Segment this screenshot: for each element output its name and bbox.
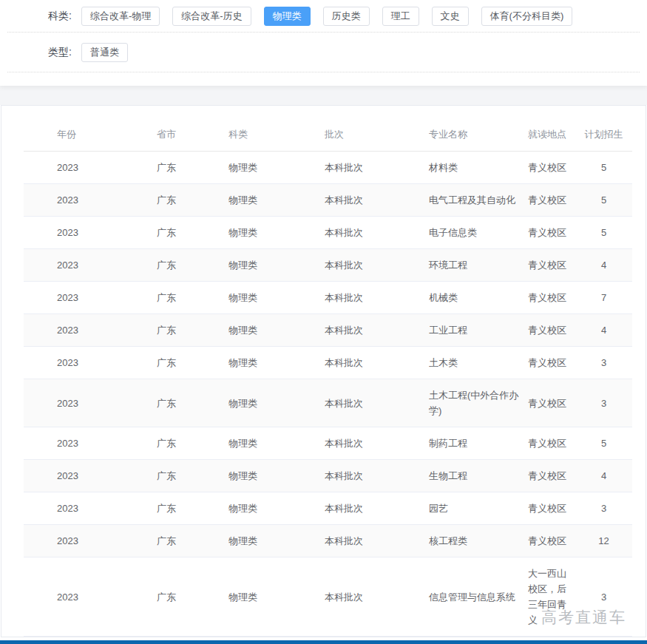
table-body: 2023广东物理类本科批次材料类青义校区52023广东物理类本科批次电气工程及其… — [24, 152, 632, 637]
table-cell: 3 — [575, 492, 632, 524]
table-cell: 物理类 — [228, 152, 325, 183]
type-filter-label: 类型: — [48, 46, 72, 59]
table-cell: 2023 — [24, 152, 157, 183]
table-cell: 物理类 — [228, 525, 325, 557]
table-cell: 制药工程 — [429, 427, 524, 459]
subject-filter-option-5[interactable]: 文史 — [432, 7, 469, 26]
table-cell: 5 — [575, 184, 632, 216]
table-cell: 广东 — [157, 314, 228, 346]
table-cell: 青义校区 — [524, 314, 575, 346]
type-filter-row: 类型: 普通类 — [7, 33, 640, 72]
table-cell: 广东 — [157, 152, 228, 183]
filter-panel: 科类: 综合改革-物理综合改革-历史物理类历史类理工文史体育(不分科目类) 类型… — [0, 0, 647, 86]
table-header-row: 年份省市科类批次专业名称就读地点计划招生 — [24, 118, 632, 152]
table-cell: 电气工程及其自动化 — [429, 184, 524, 216]
table-cell: 2023 — [24, 184, 157, 216]
table-cell: 本科批次 — [325, 249, 429, 281]
table-cell: 青义校区 — [524, 249, 575, 281]
table-cell: 广东 — [157, 581, 228, 613]
table-cell: 工业工程 — [429, 314, 524, 346]
table-cell: 7 — [575, 282, 632, 313]
table-row: 2023广东物理类本科批次环境工程青义校区4 — [24, 249, 632, 282]
table-row: 2023广东物理类本科批次电气工程及其自动化青义校区5 — [24, 184, 632, 217]
table-cell: 物理类 — [228, 492, 325, 524]
table-cell: 广东 — [157, 282, 228, 313]
table-cell: 本科批次 — [325, 282, 429, 313]
table-cell: 2023 — [24, 347, 157, 379]
table-cell: 广东 — [157, 387, 228, 419]
table-cell: 本科批次 — [325, 427, 429, 459]
subject-filter-option-2[interactable]: 物理类 — [264, 7, 311, 26]
table-cell: 本科批次 — [325, 492, 429, 524]
table-cell: 本科批次 — [325, 217, 429, 248]
column-header-4: 专业名称 — [429, 118, 524, 151]
table-cell: 本科批次 — [325, 460, 429, 492]
table-cell: 本科批次 — [325, 184, 429, 216]
type-filter-option-0[interactable]: 普通类 — [81, 43, 128, 62]
page-background-gap — [0, 86, 647, 105]
subject-filter-option-3[interactable]: 历史类 — [323, 7, 370, 26]
subject-filter-label: 科类: — [48, 10, 72, 23]
table-cell: 物理类 — [228, 581, 325, 613]
table-cell: 广东 — [157, 427, 228, 459]
subject-filter-options: 综合改革-物理综合改革-历史物理类历史类理工文史体育(不分科目类) — [81, 7, 585, 26]
subject-filter-option-4[interactable]: 理工 — [382, 7, 419, 26]
table-cell: 青义校区 — [524, 152, 575, 183]
table-row: 2023广东物理类本科批次工业工程青义校区4 — [24, 314, 632, 347]
table-cell: 本科批次 — [325, 581, 429, 613]
table-row: 2023广东物理类本科批次信息管理与信息系统大一西山校区，后三年回青义3 — [24, 557, 632, 637]
table-cell: 本科批次 — [325, 525, 429, 557]
table-row: 2023广东物理类本科批次电子信息类青义校区5 — [24, 217, 632, 249]
table-cell: 青义校区 — [524, 184, 575, 216]
table-cell: 4 — [575, 460, 632, 492]
table-row: 2023广东物理类本科批次生物工程青义校区4 — [24, 460, 632, 492]
table-cell: 物理类 — [228, 249, 325, 281]
table-cell: 2023 — [24, 282, 157, 313]
table-cell: 2023 — [24, 581, 157, 613]
subject-filter-option-1[interactable]: 综合改革-历史 — [172, 7, 251, 26]
table-cell: 青义校区 — [524, 282, 575, 313]
column-header-2: 科类 — [228, 118, 325, 151]
table-cell: 3 — [575, 347, 632, 379]
table-cell: 2023 — [24, 217, 157, 248]
column-header-0: 年份 — [24, 118, 157, 151]
table-cell: 广东 — [157, 525, 228, 557]
table-cell: 2023 — [24, 492, 157, 524]
subject-filter-option-0[interactable]: 综合改革-物理 — [81, 7, 160, 26]
table-cell: 广东 — [157, 249, 228, 281]
table-cell: 本科批次 — [325, 347, 429, 379]
table-cell: 物理类 — [228, 314, 325, 346]
table-cell: 青义校区 — [524, 347, 575, 379]
table-cell: 5 — [575, 427, 632, 459]
table-cell: 环境工程 — [429, 249, 524, 281]
subject-filter-option-6[interactable]: 体育(不分科目类) — [481, 7, 573, 26]
table-cell: 园艺 — [429, 492, 524, 524]
table-cell: 12 — [575, 525, 632, 557]
table-cell: 2023 — [24, 460, 157, 492]
table-cell: 物理类 — [228, 387, 325, 419]
table-cell: 本科批次 — [325, 152, 429, 183]
subject-filter-row: 科类: 综合改革-物理综合改革-历史物理类历史类理工文史体育(不分科目类) — [7, 0, 640, 33]
table-cell: 3 — [575, 581, 632, 613]
table-cell: 大一西山校区，后三年回青义 — [524, 557, 575, 636]
table-cell: 物理类 — [228, 427, 325, 459]
table-cell: 青义校区 — [524, 460, 575, 492]
table-cell: 广东 — [157, 347, 228, 379]
table-cell: 广东 — [157, 460, 228, 492]
table-row: 2023广东物理类本科批次核工程类青义校区12 — [24, 525, 632, 557]
admission-plan-table-card: 年份省市科类批次专业名称就读地点计划招生 2023广东物理类本科批次材料类青义校… — [1, 105, 646, 637]
table-cell: 物理类 — [228, 217, 325, 248]
bottom-accent-bar — [0, 640, 647, 644]
column-header-5: 就读地点 — [524, 118, 575, 151]
table-row: 2023广东物理类本科批次园艺青义校区3 — [24, 492, 632, 525]
table-cell: 广东 — [157, 184, 228, 216]
table-cell: 广东 — [157, 492, 228, 524]
table-cell: 土木类 — [429, 347, 524, 379]
table-cell: 物理类 — [228, 460, 325, 492]
table-cell: 物理类 — [228, 282, 325, 313]
table-cell: 4 — [575, 314, 632, 346]
table-row: 2023广东物理类本科批次土木工程(中外合作办学)青义校区3 — [24, 379, 632, 427]
table-cell: 物理类 — [228, 184, 325, 216]
column-header-3: 批次 — [325, 118, 429, 151]
table-cell: 2023 — [24, 427, 157, 459]
